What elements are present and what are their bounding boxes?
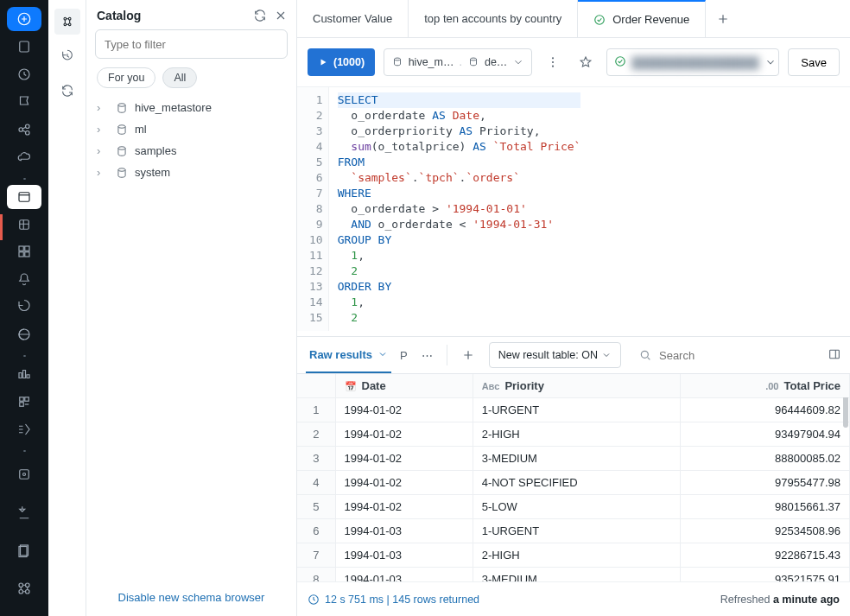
kebab-menu-icon[interactable]	[541, 50, 565, 74]
rail-data-icon[interactable]	[7, 117, 41, 142]
catalog-refresh-icon[interactable]	[253, 9, 267, 22]
svg-point-34	[470, 58, 476, 60]
svg-point-25	[68, 17, 71, 20]
table-row[interactable]: 8 1994-01-03 3-MEDIUM 93521575.91	[297, 568, 850, 582]
sql-code[interactable]: SELECT o_orderdate AS Date, o_orderprior…	[329, 87, 590, 331]
cell-priority: 5-LOW	[473, 495, 680, 519]
results-bar: Raw results P ⋯ New result table: ON	[297, 336, 850, 374]
cell-date: 1994-01-03	[335, 519, 473, 543]
cell-priority: 3-MEDIUM	[473, 568, 680, 582]
rail-bottom-4-icon[interactable]	[7, 571, 41, 606]
tab-order-revenue[interactable]: Order Revenue	[578, 0, 706, 37]
cell-date: 1994-01-02	[335, 495, 473, 519]
rail-history-icon[interactable]	[7, 295, 41, 319]
rail-dashboards-icon[interactable]	[7, 239, 41, 264]
table-row[interactable]: 3 1994-01-02 3-MEDIUM 88800085.02	[297, 447, 850, 471]
cell-priority: 2-HIGH	[473, 422, 680, 447]
more-results-icon[interactable]: ⋯	[416, 344, 438, 367]
rail-sql-editor-icon[interactable]	[7, 185, 41, 209]
result-table-toggle[interactable]: New result table: ON	[489, 342, 621, 368]
tree-item[interactable]: › samples	[92, 140, 291, 162]
cell-total: 96444609.82	[680, 398, 849, 422]
rail-bottom-2-icon[interactable]	[7, 495, 41, 530]
tree-item[interactable]: › ml	[92, 118, 291, 140]
raw-results-tab[interactable]: Raw results	[306, 337, 391, 373]
cell-date: 1994-01-03	[335, 568, 473, 582]
new-button[interactable]	[7, 7, 41, 31]
col-rownum[interactable]	[297, 374, 335, 398]
disable-schema-browser-link[interactable]: Disable new schema browser	[118, 591, 265, 604]
rail-bottom-1-icon[interactable]	[7, 457, 41, 492]
rail-item-a-icon[interactable]	[7, 362, 41, 386]
rail-warehouses-icon[interactable]	[7, 322, 41, 346]
nav-rail	[0, 0, 48, 616]
tab-top-ten-accounts[interactable]: top ten accounts by country	[409, 0, 578, 37]
rail-cloud-icon[interactable]	[7, 145, 41, 169]
catalog-filter-input[interactable]	[95, 29, 288, 59]
add-visualization-button[interactable]	[456, 343, 480, 367]
row-number: 7	[297, 543, 335, 568]
svg-point-17	[23, 473, 26, 476]
table-row[interactable]: 4 1994-01-02 4-NOT SPECIFIED 97955477.98	[297, 471, 850, 495]
editor-tabs: Customer Value top ten accounts by count…	[297, 0, 850, 38]
svg-point-38	[616, 56, 625, 66]
string-type-icon: ABc	[482, 381, 500, 391]
tree-item-label: system	[135, 166, 170, 179]
cell-total: 97955477.98	[680, 471, 849, 495]
catalog-panel: Catalog For you All › hive_metastore › m…	[86, 0, 297, 616]
results-table-wrap[interactable]: 📅Date ABcPriority .00Total Price 1 1994-…	[297, 374, 850, 581]
rail-queries-icon[interactable]	[7, 213, 41, 237]
table-row[interactable]: 6 1994-01-03 1-URGENT 92534508.96	[297, 519, 850, 543]
cell-total: 92286715.43	[680, 543, 849, 568]
chevron-right-icon: ›	[97, 101, 109, 114]
chevron-right-icon: ›	[97, 123, 109, 136]
col-date[interactable]: 📅Date	[335, 374, 473, 398]
history-toggle[interactable]	[54, 43, 80, 69]
catalog-close-icon[interactable]	[274, 9, 288, 22]
table-row[interactable]: 2 1994-01-02 2-HIGH 93497904.94	[297, 422, 850, 447]
chip-all[interactable]: All	[162, 67, 197, 88]
results-search[interactable]	[630, 348, 819, 362]
panel-layout-icon[interactable]	[828, 347, 841, 364]
tree-item[interactable]: › hive_metastore	[92, 97, 291, 118]
table-row[interactable]: 5 1994-01-02 5-LOW 98015661.37	[297, 495, 850, 519]
svg-point-23	[26, 590, 30, 594]
table-row[interactable]: 7 1994-01-03 2-HIGH 92286715.43	[297, 543, 850, 568]
refresh-toggle[interactable]	[54, 78, 80, 104]
svg-point-35	[552, 57, 554, 59]
cell-date: 1994-01-03	[335, 543, 473, 568]
row-number: 6	[297, 519, 335, 543]
results-footer: 12 s 751 ms | 145 rows returned Refreshe…	[297, 581, 850, 616]
run-button[interactable]: (1000)	[308, 48, 375, 76]
rail-item-c-icon[interactable]	[7, 417, 41, 441]
rail-bottom-3-icon[interactable]	[7, 533, 41, 568]
col-total-price[interactable]: .00Total Price	[680, 374, 849, 398]
new-tab-button[interactable]	[706, 12, 740, 26]
secondary-results-tab[interactable]: P	[400, 349, 408, 362]
sql-editor[interactable]: 123456789101112131415 SELECT o_orderdate…	[297, 87, 850, 336]
svg-point-36	[552, 61, 554, 63]
results-search-input[interactable]	[659, 349, 819, 362]
catalog-selector[interactable]: hive_m… . de…	[384, 48, 533, 76]
rail-alerts-icon[interactable]	[7, 267, 41, 291]
star-icon[interactable]	[574, 50, 598, 74]
tree-item[interactable]: › system	[92, 162, 291, 183]
table-row[interactable]: 1 1994-01-02 1-URGENT 96444609.82	[297, 398, 850, 422]
svg-point-5	[26, 130, 30, 135]
cell-priority: 1-URGENT	[473, 519, 680, 543]
schema-browser-toggle[interactable]	[54, 9, 80, 35]
tab-customer-value[interactable]: Customer Value	[297, 0, 409, 37]
chip-for-you[interactable]: For you	[97, 67, 155, 88]
svg-rect-15	[20, 403, 24, 407]
rail-favorites-icon[interactable]	[7, 90, 41, 114]
rail-item-b-icon[interactable]	[7, 390, 41, 414]
save-button[interactable]: Save	[788, 48, 840, 76]
cell-date: 1994-01-02	[335, 398, 473, 422]
catalog-title: Catalog	[97, 9, 246, 22]
rail-recents-icon[interactable]	[7, 62, 41, 86]
svg-point-27	[68, 23, 71, 26]
svg-point-24	[64, 17, 67, 20]
compute-selector[interactable]: ████████████████	[606, 48, 779, 76]
col-priority[interactable]: ABcPriority	[473, 374, 680, 398]
rail-workspace-icon[interactable]	[7, 35, 41, 59]
